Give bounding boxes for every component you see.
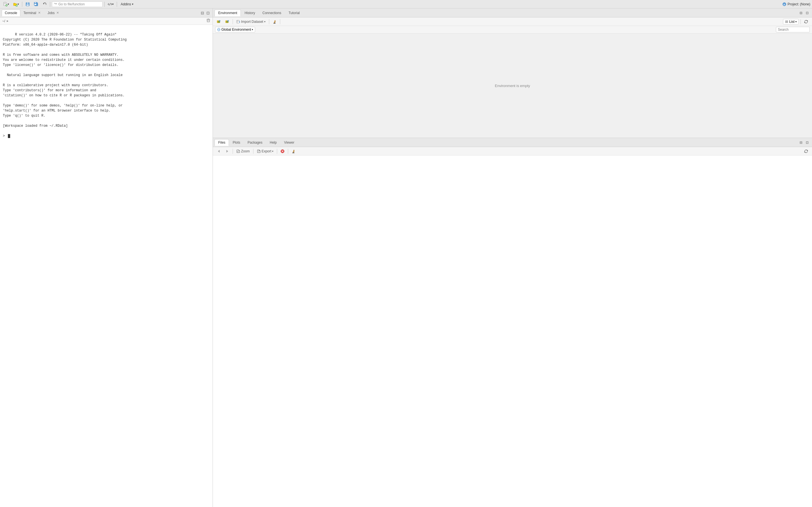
tab-jobs-label: Jobs — [47, 11, 54, 15]
collapse-left-button[interactable]: ⊟ — [200, 10, 205, 16]
tab-viewer[interactable]: Viewer — [280, 139, 298, 146]
tab-terminal-close[interactable]: ✕ — [37, 11, 41, 15]
tab-connections[interactable]: Connections — [259, 10, 285, 16]
path-arrow-icon — [6, 19, 9, 23]
save-all-icon — [34, 2, 38, 6]
tab-plots[interactable]: Plots — [229, 139, 244, 146]
delete-plot-icon — [281, 149, 285, 153]
env-toolbar-sep-3 — [280, 19, 280, 24]
env-empty-message: Environment is empty — [495, 83, 530, 88]
project-label-area: R Project: (None) — [782, 2, 810, 6]
refresh-plots-button[interactable] — [802, 149, 810, 154]
save-all-button[interactable] — [33, 1, 40, 7]
bottom-right-pane: Files Plots Packages Help Viewer ⊟ ⊡ — [213, 138, 812, 507]
clear-console-button[interactable] — [206, 18, 210, 23]
undo-icon — [42, 2, 47, 6]
tab-tutorial[interactable]: Tutorial — [285, 10, 303, 16]
global-env-arrow: ▾ — [252, 28, 253, 31]
goto-file-box[interactable]: Go to file/function — [52, 1, 103, 7]
svg-text:R: R — [783, 3, 785, 6]
new-file-button[interactable]: ▾ — [2, 1, 10, 7]
project-name: Project: (None) — [788, 2, 810, 6]
plots-zoom-button[interactable]: Zoom — [235, 149, 252, 154]
svg-marker-21 — [7, 20, 8, 22]
global-env-label: Global Environment — [221, 27, 251, 32]
plots-back-button[interactable] — [215, 149, 222, 154]
tab-terminal[interactable]: Terminal ✕ — [20, 10, 44, 16]
global-env-bar: Global Environment ▾ — [213, 26, 812, 34]
expand-files-button[interactable]: ⊡ — [804, 140, 810, 145]
list-view-select[interactable]: List ▾ — [783, 19, 799, 24]
code-tools-button[interactable]: ▾ — [106, 1, 115, 7]
clear-env-button[interactable] — [271, 19, 278, 24]
refresh-icon — [804, 20, 808, 24]
console-cursor — [8, 134, 10, 138]
plots-back-icon — [217, 149, 221, 153]
tab-environment-label: Environment — [218, 11, 237, 15]
plots-forward-button[interactable] — [223, 149, 231, 154]
top-right-pane: Environment History Connections Tutorial… — [213, 8, 812, 138]
plots-export-button[interactable]: Export ▾ — [255, 149, 275, 154]
goto-icon — [54, 3, 57, 6]
new-file-icon — [3, 2, 8, 6]
tab-jobs-close[interactable]: ✕ — [56, 11, 60, 15]
tab-console[interactable]: Console — [2, 10, 20, 16]
open-file-button[interactable]: ▾ — [11, 1, 20, 7]
files-body — [213, 156, 812, 507]
console-body[interactable]: R version 4.0.2 (2020-06-22) -- "Taking … — [0, 25, 213, 507]
load-workspace-button[interactable] — [215, 19, 222, 24]
delete-plot-button[interactable] — [279, 149, 286, 154]
tab-console-label: Console — [5, 11, 17, 15]
load-workspace-icon — [217, 20, 221, 24]
svg-rect-30 — [237, 20, 239, 23]
svg-rect-15 — [35, 2, 36, 3]
tab-history[interactable]: History — [241, 10, 259, 16]
export-arrow[interactable]: ▾ — [272, 150, 273, 153]
project-icon: R — [782, 2, 786, 6]
import-dataset-label: Import Dataset — [241, 20, 263, 24]
tab-terminal-label: Terminal — [23, 11, 36, 15]
plots-toolbar: Zoom Export ▾ — [213, 147, 812, 156]
import-dataset-icon — [236, 20, 240, 24]
clear-plots-button[interactable] — [290, 149, 297, 154]
main-layout: Console Terminal ✕ Jobs ✕ ⊟ ⊡ ~/ — [0, 8, 812, 507]
export-label: Export — [262, 149, 271, 153]
code-tools-arrow[interactable]: ▾ — [112, 3, 114, 6]
env-search-input[interactable] — [776, 27, 810, 33]
files-tab-bar: Files Plots Packages Help Viewer ⊟ ⊡ — [213, 138, 812, 147]
import-dataset-button[interactable]: Import Dataset ▾ — [235, 19, 267, 24]
collapse-env-button[interactable]: ⊟ — [798, 10, 804, 16]
plots-sep-1 — [233, 149, 233, 154]
tab-files[interactable]: Files — [214, 139, 229, 146]
svg-rect-11 — [27, 3, 29, 4]
console-header: ~/ — [0, 17, 213, 25]
refresh-env-button[interactable] — [802, 19, 810, 24]
svg-marker-41 — [218, 150, 220, 153]
save-workspace-icon — [225, 20, 229, 24]
env-body: Environment is empty — [213, 34, 812, 138]
save-workspace-button[interactable] — [223, 19, 231, 24]
addins-button[interactable]: Addins ▾ — [119, 1, 135, 7]
undo-button[interactable] — [41, 1, 48, 7]
zoom-label: Zoom — [241, 149, 250, 153]
open-file-dropdown-arrow[interactable]: ▾ — [17, 3, 19, 6]
tab-packages[interactable]: Packages — [244, 139, 266, 146]
tab-environment[interactable]: Environment — [214, 10, 241, 16]
left-panel: Console Terminal ✕ Jobs ✕ ⊟ ⊡ ~/ — [0, 8, 213, 507]
tab-packages-label: Packages — [248, 140, 262, 145]
import-dropdown-arrow[interactable]: ▾ — [264, 20, 266, 23]
tab-jobs[interactable]: Jobs ✕ — [44, 10, 63, 16]
collapse-files-button[interactable]: ⊟ — [798, 140, 804, 145]
new-file-dropdown-arrow[interactable]: ▾ — [8, 3, 9, 6]
env-toolbar-sep-1 — [233, 19, 233, 24]
global-env-select[interactable]: Global Environment ▾ — [215, 27, 255, 33]
tab-help[interactable]: Help — [266, 139, 281, 146]
save-button[interactable] — [24, 1, 31, 7]
tab-help-label: Help — [270, 140, 277, 145]
expand-left-button[interactable]: ⊡ — [205, 10, 211, 16]
env-tab-bar: Environment History Connections Tutorial… — [213, 8, 812, 17]
clear-plots-icon — [292, 149, 296, 153]
path-tilde: ~/ — [2, 19, 5, 23]
expand-env-button[interactable]: ⊡ — [804, 10, 810, 16]
save-icon — [26, 2, 30, 6]
